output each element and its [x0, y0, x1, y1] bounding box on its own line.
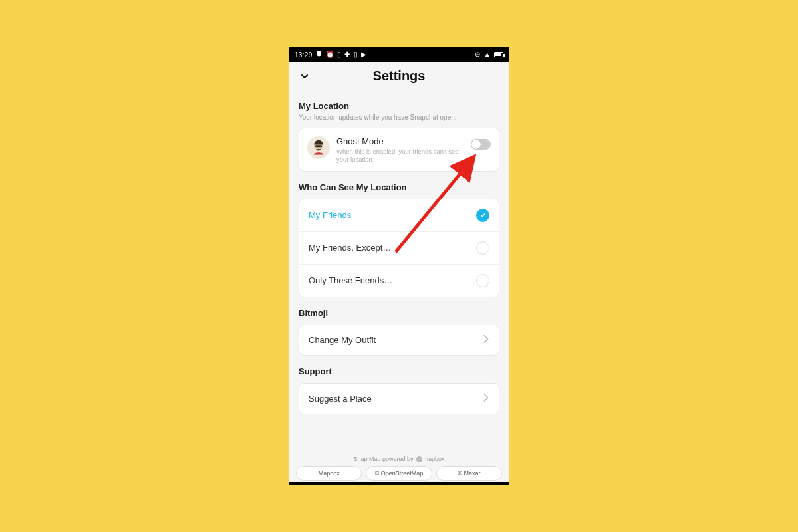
bitmoji-avatar [307, 136, 330, 159]
mapbox-dot-icon [416, 456, 422, 462]
option-my-friends[interactable]: My Friends [299, 200, 499, 231]
sim2-icon: ▯ [354, 51, 358, 58]
section-title-visibility: Who Can See My Location [299, 182, 499, 192]
mapbox-label: mapbox [424, 456, 445, 462]
radio-unchecked-icon [476, 241, 489, 255]
page-header: Settings [289, 62, 509, 89]
svg-point-2 [316, 146, 317, 147]
wifi-icon: ▲ [484, 51, 491, 58]
credit-mapbox[interactable]: Mapbox [296, 466, 362, 481]
credit-row: Mapbox © OpenStreetMap © Maxar [296, 466, 502, 481]
ghost-mode-desc: When this is enabled, your friends can't… [336, 148, 464, 164]
shield-icon: ⛊ [316, 51, 323, 58]
ghost-mode-title: Ghost Mode [336, 136, 464, 146]
footer: Snap Map powered by mapbox Mapbox © Open… [289, 456, 509, 481]
option-label: My Friends [309, 210, 351, 220]
option-label: My Friends, Except… [309, 243, 391, 253]
option-label: Only These Friends… [309, 275, 392, 285]
home-indicator [289, 482, 509, 485]
ghost-mode-toggle[interactable] [471, 139, 491, 150]
credit-osm[interactable]: © OpenStreetMap [366, 466, 432, 481]
option-my-friends-except[interactable]: My Friends, Except… [299, 231, 499, 264]
row-label: Change My Outfit [309, 335, 376, 345]
page-title: Settings [299, 68, 499, 84]
status-bar: 13:29 ⛊ ⏰ ▯ ✚ ▯ ▶ ⊝ ▲ [289, 47, 509, 62]
suggest-place-row[interactable]: Suggest a Place [299, 384, 499, 414]
change-outfit-row[interactable]: Change My Outfit [299, 325, 499, 355]
section-sub-location: Your location updates while you have Sna… [299, 114, 499, 121]
play-icon: ▶ [361, 51, 366, 58]
radio-checked-icon [476, 209, 489, 222]
plus-icon: ✚ [344, 51, 350, 58]
section-title-bitmoji: Bitmoji [299, 308, 499, 318]
content-area: My Location Your location updates while … [289, 89, 509, 420]
radio-unchecked-icon [476, 274, 489, 287]
phone-frame: 13:29 ⛊ ⏰ ▯ ✚ ▯ ▶ ⊝ ▲ Settings My Locati… [289, 47, 509, 485]
svg-point-3 [320, 146, 321, 147]
powered-by: Snap Map powered by mapbox [296, 456, 502, 462]
chevron-right-icon [483, 393, 489, 404]
section-title-location: My Location [299, 101, 499, 111]
status-time: 13:29 [295, 51, 313, 59]
powered-text: Snap Map powered by [353, 456, 413, 462]
bitmoji-card: Change My Outfit [299, 325, 499, 356]
row-label: Suggest a Place [309, 394, 372, 404]
sim-icon: ▯ [337, 51, 341, 58]
ghost-mode-row: Ghost Mode When this is enabled, your fr… [299, 128, 499, 171]
dnd-icon: ⊝ [475, 51, 480, 58]
battery-icon [494, 52, 503, 57]
mapbox-logo: mapbox [416, 456, 445, 462]
credit-maxar[interactable]: © Maxar [436, 466, 502, 481]
section-title-support: Support [299, 366, 499, 376]
ghost-mode-card: Ghost Mode When this is enabled, your fr… [299, 128, 499, 172]
option-only-these-friends[interactable]: Only These Friends… [299, 264, 499, 297]
support-card: Suggest a Place [299, 383, 499, 414]
alarm-icon: ⏰ [326, 51, 334, 58]
chevron-right-icon [483, 334, 489, 346]
visibility-card: My Friends My Friends, Except… Only Thes… [299, 199, 499, 297]
